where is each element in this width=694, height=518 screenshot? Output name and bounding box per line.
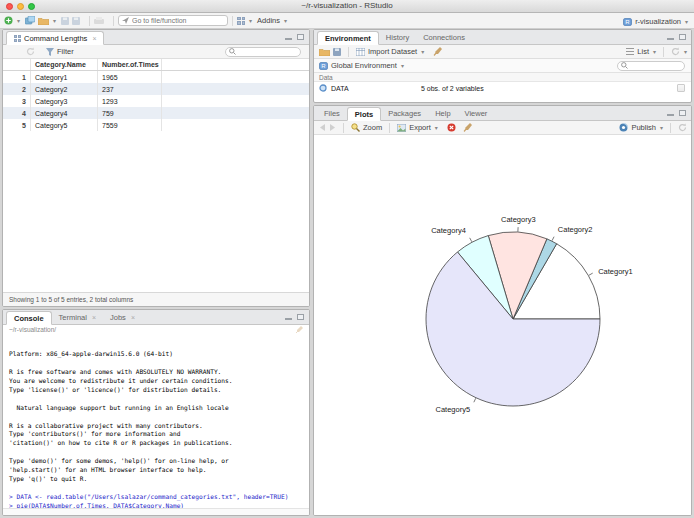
list-view-label[interactable]: List bbox=[637, 47, 649, 56]
viewer-search-box[interactable] bbox=[225, 47, 301, 57]
table-header: Category.Name Number.of.Times bbox=[3, 59, 309, 71]
environment-pane: Environment History Connections Import D… bbox=[313, 29, 692, 103]
console-pane: Console Terminal× Jobs× ~/r-visualizatio… bbox=[2, 309, 310, 516]
publish-label[interactable]: Publish bbox=[631, 123, 656, 132]
maximize-pane-icon[interactable] bbox=[679, 34, 686, 40]
new-project-icon[interactable] bbox=[25, 16, 35, 25]
export-plot-label[interactable]: Export bbox=[409, 123, 431, 132]
save-all-icon[interactable] bbox=[72, 17, 80, 25]
list-view-icon bbox=[626, 48, 634, 55]
console-output[interactable]: Platform: x86_64-apple-darwin15.6.0 (64-… bbox=[3, 334, 309, 508]
project-chooser[interactable]: R r-visualization ▾ bbox=[623, 13, 688, 29]
tab-jobs[interactable]: Jobs× bbox=[103, 311, 142, 324]
goto-file-input[interactable] bbox=[132, 17, 222, 24]
environment-scope-dropdown[interactable]: ▾ bbox=[401, 62, 404, 69]
publish-icon bbox=[619, 123, 628, 132]
environment-toolbar: Import Dataset ▾ List ▾ ▾ bbox=[314, 45, 691, 59]
table-row[interactable]: 4Category4759 bbox=[3, 107, 309, 119]
environment-search-box[interactable] bbox=[617, 61, 685, 71]
import-dataset-dropdown[interactable]: ▾ bbox=[421, 48, 424, 55]
list-view-dropdown[interactable]: ▾ bbox=[653, 48, 656, 55]
new-file-dropdown[interactable]: ▾ bbox=[17, 17, 20, 24]
tab-packages[interactable]: Packages bbox=[381, 107, 428, 120]
export-plot-icon bbox=[397, 124, 406, 132]
tab-viewer[interactable]: Viewer bbox=[458, 107, 495, 120]
console-line bbox=[9, 448, 303, 457]
environment-object-row[interactable]: DATA 5 obs. of 2 variables bbox=[314, 82, 691, 94]
addins-label[interactable]: Addins bbox=[257, 16, 280, 25]
clear-environment-icon[interactable] bbox=[433, 47, 442, 56]
minimize-pane-icon[interactable] bbox=[285, 38, 292, 40]
console-line: > DATA <- read.table("/Users/lsalazar/co… bbox=[9, 493, 303, 502]
filter-icon[interactable] bbox=[46, 48, 54, 56]
print-icon[interactable] bbox=[94, 17, 104, 25]
pie-label-Category5: Category5 bbox=[436, 405, 471, 414]
tab-command-lengths[interactable]: Command Lengths × bbox=[6, 31, 104, 45]
tab-plots[interactable]: Plots bbox=[347, 107, 381, 121]
plots-pane: Files Plots Packages Help Viewer Zoom Ex… bbox=[313, 105, 692, 516]
project-cube-icon: R bbox=[623, 17, 632, 26]
publish-dropdown[interactable]: ▾ bbox=[660, 124, 663, 131]
tab-help[interactable]: Help bbox=[428, 107, 457, 120]
object-description: 5 obs. of 2 variables bbox=[421, 85, 484, 92]
minimize-pane-icon[interactable] bbox=[667, 114, 674, 116]
object-name: DATA bbox=[331, 85, 349, 92]
maximize-pane-icon[interactable] bbox=[297, 34, 304, 40]
column-header-name[interactable]: Category.Name bbox=[31, 59, 98, 70]
remove-plot-icon[interactable] bbox=[447, 123, 456, 132]
corner-header-cell[interactable] bbox=[3, 59, 31, 70]
viewer-tabstrip: Command Lengths × bbox=[3, 30, 309, 45]
minimize-pane-icon[interactable] bbox=[667, 38, 674, 40]
console-line bbox=[9, 413, 303, 422]
load-workspace-icon[interactable] bbox=[319, 48, 330, 56]
tab-console[interactable]: Console bbox=[6, 311, 52, 325]
tab-environment[interactable]: Environment bbox=[317, 31, 379, 45]
console-tabstrip: Console Terminal× Jobs× bbox=[3, 310, 309, 325]
refresh-view-icon[interactable] bbox=[26, 47, 35, 56]
refresh-environment-icon[interactable] bbox=[671, 47, 680, 56]
next-plot-icon[interactable] bbox=[329, 124, 336, 131]
refresh-plots-icon[interactable] bbox=[678, 123, 687, 132]
maximize-pane-icon[interactable] bbox=[297, 314, 304, 320]
new-file-icon[interactable] bbox=[4, 16, 13, 25]
tab-terminal[interactable]: Terminal× bbox=[52, 311, 103, 324]
goto-file-search[interactable] bbox=[118, 15, 228, 26]
export-dropdown[interactable]: ▾ bbox=[435, 124, 438, 131]
close-icon[interactable]: × bbox=[92, 311, 96, 324]
save-workspace-icon[interactable] bbox=[333, 48, 341, 56]
open-file-icon[interactable] bbox=[38, 17, 49, 25]
search-icon bbox=[621, 62, 628, 69]
console-line: Type 'demo()' for some demos, 'help()' f… bbox=[9, 457, 303, 466]
addins-dropdown[interactable]: ▾ bbox=[284, 17, 287, 24]
clear-plots-icon[interactable] bbox=[463, 123, 472, 132]
column-header-times[interactable]: Number.of.Times bbox=[98, 59, 162, 70]
environment-scope-label[interactable]: Global Environment bbox=[331, 61, 397, 70]
tab-connections[interactable]: Connections bbox=[416, 31, 472, 44]
close-icon[interactable]: × bbox=[131, 311, 135, 324]
table-row[interactable]: 1Category11965 bbox=[3, 71, 309, 83]
view-data-icon[interactable] bbox=[677, 84, 685, 92]
table-row[interactable]: 5Category57559 bbox=[3, 119, 309, 131]
filter-label[interactable]: Filter bbox=[57, 47, 74, 56]
maximize-pane-icon[interactable] bbox=[679, 110, 686, 116]
pane-layout-icon[interactable] bbox=[237, 17, 245, 25]
pane-layout-dropdown[interactable]: ▾ bbox=[249, 17, 252, 24]
refresh-dropdown[interactable]: ▾ bbox=[684, 48, 687, 55]
open-file-dropdown[interactable]: ▾ bbox=[53, 17, 56, 24]
previous-plot-icon[interactable] bbox=[319, 124, 326, 131]
close-tab-icon[interactable]: × bbox=[92, 32, 96, 45]
import-dataset-label[interactable]: Import Dataset bbox=[368, 47, 417, 56]
save-icon[interactable] bbox=[61, 17, 69, 25]
tab-history[interactable]: History bbox=[379, 31, 416, 44]
environment-section-header: Data bbox=[314, 73, 691, 82]
table-status-text: Showing 1 to 5 of 5 entries, 2 total col… bbox=[3, 292, 309, 306]
console-cwd: ~/r-visualization/ bbox=[3, 325, 309, 334]
tab-files[interactable]: Files bbox=[317, 107, 347, 120]
minimize-pane-icon[interactable] bbox=[285, 318, 292, 320]
plots-toolbar: Zoom Export ▾ Publish ▾ bbox=[314, 121, 691, 135]
zoom-plot-label[interactable]: Zoom bbox=[363, 123, 382, 132]
console-scrollbar[interactable] bbox=[3, 508, 309, 515]
table-row[interactable]: 3Category31293 bbox=[3, 95, 309, 107]
console-clear-icon[interactable] bbox=[295, 326, 303, 334]
table-row[interactable]: 2Category2237 bbox=[3, 83, 309, 95]
